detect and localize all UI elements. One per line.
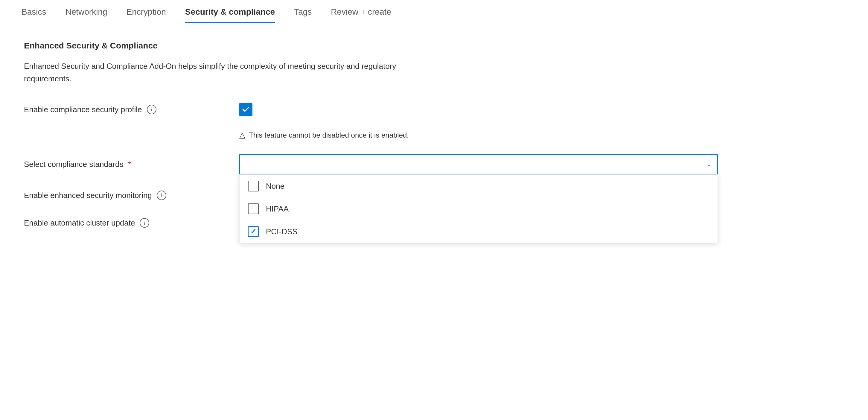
tab-networking[interactable]: Networking bbox=[56, 0, 117, 23]
warning-text: This feature cannot be disabled once it … bbox=[249, 131, 409, 140]
dropdown-option-none[interactable]: None bbox=[240, 175, 718, 198]
tab-review[interactable]: Review + create bbox=[321, 0, 401, 23]
tab-security[interactable]: Security & compliance bbox=[176, 0, 284, 23]
cluster-update-label: Enable automatic cluster update i bbox=[24, 218, 227, 228]
tab-encryption[interactable]: Encryption bbox=[117, 0, 176, 23]
security-monitoring-label: Enable enhanced security monitoring i bbox=[24, 190, 227, 200]
dropdown-option-hipaa[interactable]: HIPAA bbox=[240, 198, 718, 220]
hipaa-checkbox[interactable] bbox=[248, 203, 259, 214]
cluster-update-info-icon[interactable]: i bbox=[140, 218, 149, 228]
warning-icon: △ bbox=[239, 130, 245, 140]
warning-row: △ This feature cannot be disabled once i… bbox=[239, 130, 754, 140]
hipaa-label: HIPAA bbox=[266, 204, 289, 214]
compliance-standards-row: Select compliance standards * ⌄ None bbox=[24, 154, 754, 174]
dropdown-option-pci-dss[interactable]: PCI-DSS bbox=[240, 220, 718, 243]
tab-basics[interactable]: Basics bbox=[12, 0, 56, 23]
compliance-standards-menu: None HIPAA PCI-DSS bbox=[239, 174, 718, 243]
compliance-profile-checkbox[interactable] bbox=[239, 103, 252, 116]
compliance-profile-row: Enable compliance security profile i bbox=[24, 103, 754, 116]
compliance-profile-info-icon[interactable]: i bbox=[147, 105, 156, 114]
compliance-standards-dropdown-container: ⌄ None HIPAA bbox=[239, 154, 718, 174]
required-indicator: * bbox=[128, 160, 131, 169]
check-icon bbox=[242, 105, 250, 114]
compliance-standards-label: Select compliance standards * bbox=[24, 160, 227, 169]
compliance-profile-label: Enable compliance security profile i bbox=[24, 105, 227, 114]
main-content: Enhanced Security & Compliance Enhanced … bbox=[0, 23, 778, 262]
none-label: None bbox=[266, 182, 284, 191]
pci-dss-label: PCI-DSS bbox=[266, 227, 297, 236]
security-monitoring-info-icon[interactable]: i bbox=[157, 190, 166, 200]
tab-navigation: Basics Networking Encryption Security & … bbox=[0, 0, 868, 23]
compliance-standards-dropdown[interactable]: ⌄ bbox=[239, 154, 718, 174]
section-description: Enhanced Security and Compliance Add-On … bbox=[24, 60, 443, 85]
page-container: Basics Networking Encryption Security & … bbox=[0, 0, 868, 420]
pci-dss-checkbox[interactable] bbox=[248, 226, 259, 237]
tab-tags[interactable]: Tags bbox=[284, 0, 321, 23]
section-title: Enhanced Security & Compliance bbox=[24, 41, 754, 51]
chevron-down-icon: ⌄ bbox=[706, 161, 711, 168]
none-checkbox[interactable] bbox=[248, 181, 259, 191]
